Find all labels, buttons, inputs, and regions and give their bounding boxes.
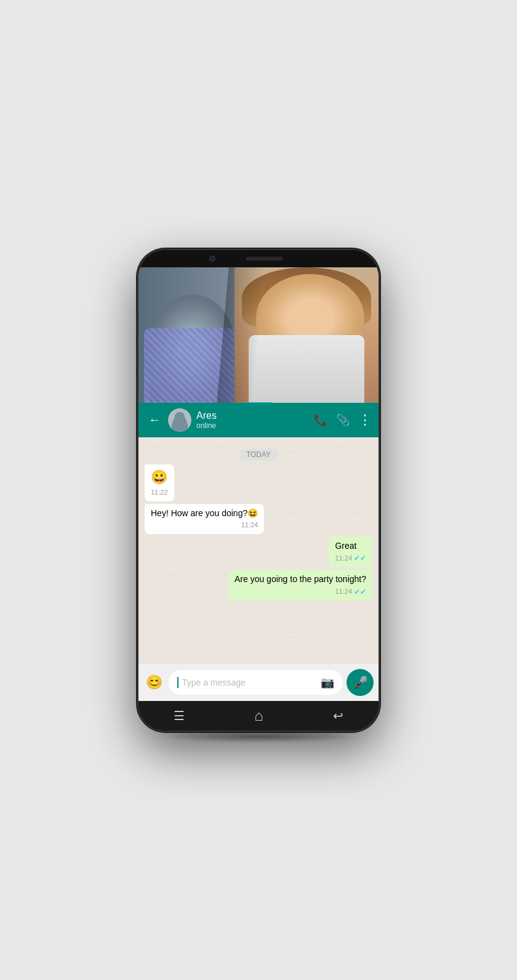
chat-container: ← Ares online 📞 📎 ⋮ TODAY [138,403,379,701]
person-body [249,335,364,403]
message-bubble-received-2: Hey! How are you doing?😆 11:24 [145,504,264,534]
table-row: Hey! How are you doing?😆 11:24 [145,504,372,534]
avatar-silhouette [168,408,191,432]
table-row: Are you going to the party tonight? 11:2… [145,570,372,601]
message-time: 11:22 [151,488,168,497]
header-icons: 📞 📎 ⋮ [314,412,371,428]
messages-area: TODAY 😀 11:22 Hey! How are you doing?😆 [138,437,379,664]
camera-button[interactable]: 📷 [321,676,334,689]
video-background [138,267,379,403]
phone-screen: ← Ares online 📞 📎 ⋮ TODAY [138,250,379,731]
phone-shadow [162,731,355,743]
date-badge: TODAY [145,448,372,460]
mic-button[interactable]: 🎤 [347,669,374,696]
message-meta: 11:22 [151,488,168,497]
contact-name: Ares [196,410,309,421]
contact-status: online [196,421,309,430]
phone-speaker [246,257,283,261]
message-bubble-received-1: 😀 11:22 [145,464,174,501]
back-button[interactable]: ← [146,410,163,429]
attachment-icon[interactable]: 📎 [336,413,350,427]
input-placeholder-text: Type a message [182,678,317,687]
message-bubble-sent-1: Great 11:24 ✔✔ [329,537,372,567]
text-cursor [177,677,178,688]
message-ticks: ✔✔ [354,587,366,597]
message-emoji: 😀 [151,468,168,487]
contact-info: Ares online [196,410,309,430]
message-meta: 11:24 [151,520,258,530]
message-text: Great [335,541,356,551]
emoji-picker-button[interactable]: 😊 [143,672,165,693]
contact-avatar[interactable] [168,408,191,432]
front-camera [209,256,215,262]
nav-bar: ☰ ⌂ ↩ [138,701,379,731]
mic-icon: 🎤 [353,675,368,690]
table-row: Great 11:24 ✔✔ [145,537,372,567]
message-ticks: ✔✔ [354,553,366,564]
phone-top-bar [138,250,379,267]
nav-back-icon[interactable]: ↩ [333,708,343,723]
video-indicator-dots [242,402,276,403]
phone-device: ← Ares online 📞 📎 ⋮ TODAY [138,250,379,731]
nav-menu-icon[interactable]: ☰ [174,708,185,723]
input-area: 😊 Type a message 📷 🎤 [138,664,379,701]
message-text: Hey! How are you doing?😆 [151,508,258,518]
message-time: 11:24 [335,587,352,596]
message-input-field[interactable]: Type a message 📷 [169,670,343,695]
message-time: 11:24 [335,554,352,563]
more-options-icon[interactable]: ⋮ [358,412,371,428]
message-bubble-sent-2: Are you going to the party tonight? 11:2… [228,570,372,601]
video-call-area [138,267,379,403]
phone-call-icon[interactable]: 📞 [314,413,327,427]
message-text: Are you going to the party tonight? [234,574,366,584]
message-meta: 11:24 ✔✔ [234,587,366,597]
date-badge-text: TODAY [239,448,278,461]
nav-home-icon[interactable]: ⌂ [254,707,263,724]
message-time: 11:24 [241,520,258,530]
table-row: 😀 11:22 [145,464,372,501]
chat-header: ← Ares online 📞 📎 ⋮ [138,403,379,437]
message-meta: 11:24 ✔✔ [335,553,366,564]
